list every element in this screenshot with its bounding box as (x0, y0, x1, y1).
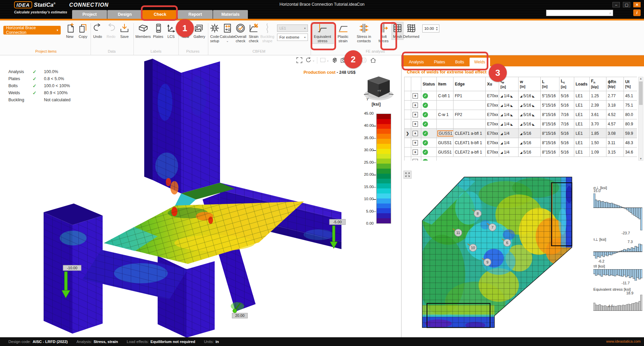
column-header[interactable]: L[in] (541, 77, 559, 91)
table-row[interactable]: +✓C-w 1FP2E70xx◢ 1/4 ◣◢ 5/16 ◣8"15/167/1… (405, 110, 637, 119)
mirror-icon (361, 57, 368, 64)
column-header[interactable]: Item (437, 77, 453, 91)
status-ok-icon: ✓ (423, 112, 428, 117)
expand-row-button[interactable]: + (413, 93, 418, 99)
expand-row-button[interactable]: + (413, 112, 418, 117)
expand-row-button[interactable]: + (413, 131, 418, 136)
equivalent-stress-button[interactable]: Equivalent stress (311, 22, 334, 44)
histogram-title: σ⊥ [ksi] (593, 185, 644, 190)
camera-button[interactable] (340, 57, 347, 64)
tab-materials[interactable]: Materials (213, 10, 248, 19)
ribbon-group-label: CBFEM (209, 49, 309, 53)
chevron-down-icon: ▾ (57, 28, 58, 32)
lcs-button[interactable]: LCS (165, 22, 177, 40)
table-row[interactable]: +✓E70xx◢ 1/4 ◣◢ 5/16 ◣8"15/167/16LE13.70… (405, 119, 637, 129)
table-row[interactable]: +✓C-bfl 1FP1E70xx◢ 1/4 ◣◢ 5/16 ◣5"15/165… (405, 91, 637, 101)
expand-row-button[interactable]: + (413, 150, 418, 155)
table-scrollbar[interactable]: ▲▼ (638, 77, 643, 161)
svg-text:+Y: +Y (377, 89, 381, 93)
spinner-down-icon[interactable]: ▼ (436, 28, 438, 31)
mirror-button[interactable] (361, 57, 368, 64)
tab-check[interactable]: Check (143, 10, 177, 19)
column-header[interactable]: tw[in] (499, 77, 519, 91)
column-header[interactable]: ϕRn[kip] (606, 77, 624, 91)
search-box[interactable]: ⌕ (546, 10, 613, 16)
result-tab-plates[interactable]: Plates (429, 58, 450, 66)
copy-button[interactable]: Copy (77, 22, 89, 40)
spinner-up-icon[interactable]: ▲ (436, 26, 438, 28)
table-row[interactable]: ❯+✓GUSS1CLEAT1 a-bfl 1E70xx◢ 1/4◢ 5/168"… (405, 129, 637, 138)
table-row[interactable]: +✓GUSS1CLEAT1 b-bfl 1E70xx◢ 1/4◢ 5/168"1… (405, 138, 637, 148)
maximize-button[interactable]: ▢ (623, 2, 630, 7)
undo-button[interactable]: Undo (91, 22, 104, 40)
expand-detail-button[interactable] (404, 171, 412, 179)
select-rect-button[interactable]: ⌄ (319, 57, 329, 64)
viewport-3d[interactable]: -5.00 -10.00 20.00 Analysis✓100.0%Plates… (0, 55, 401, 337)
scale-spinner[interactable]: 10.00▲▼ (422, 24, 439, 33)
code-setup-button[interactable]: Code setup (209, 22, 221, 44)
expand-button[interactable] (296, 57, 303, 64)
buckling-shape-button[interactable]: Buckling shape (260, 22, 274, 44)
column-header[interactable]: Status (421, 77, 437, 91)
column-header[interactable]: w[in] (519, 77, 541, 91)
wireframe-cube-button[interactable] (331, 57, 338, 64)
clip-plane-button[interactable] (352, 57, 359, 64)
expand-row-button[interactable]: + (413, 103, 418, 108)
svg-text:20.00: 20.00 (235, 313, 245, 318)
table-row[interactable]: +✓ (405, 157, 637, 161)
gallery-button[interactable]: Gallery (193, 22, 206, 40)
expand-row-button[interactable]: + (413, 121, 418, 127)
mesh-button[interactable]: Mesh (391, 22, 404, 40)
calculate-button[interactable]: Calculate⌄ (221, 22, 233, 44)
plates-button[interactable]: Plates (152, 22, 164, 40)
bolt-forces-button[interactable]: Bolt forces (376, 22, 391, 44)
le1-dropdown[interactable]: LE1▾ (277, 24, 308, 32)
deformed-icon (406, 23, 417, 34)
navigation-cube[interactable]: +Y Y (363, 74, 394, 105)
stress-in-contacts-button[interactable]: Stress in contacts (352, 22, 375, 44)
column-header[interactable]: Ut[%] (624, 77, 637, 91)
website-link[interactable]: www.ideastatica.com (606, 339, 641, 343)
column-header[interactable]: Fn[kip] (590, 77, 606, 91)
info-button[interactable]: i (633, 9, 641, 16)
tab-project[interactable]: Project (72, 10, 107, 19)
deformed-button[interactable]: Deformed (404, 22, 418, 40)
new-button[interactable]: New (179, 22, 192, 40)
summary-row: BucklingNot calculated (8, 96, 70, 103)
result-tab-welds[interactable]: Welds (470, 58, 490, 66)
home-button[interactable] (370, 57, 377, 64)
minimize-button[interactable]: – (612, 2, 620, 7)
check-icon: ✓ (33, 76, 44, 81)
chevron-down-icon: ⌄ (312, 59, 315, 62)
expand-row-button[interactable]: + (413, 159, 418, 161)
close-button[interactable]: ✕ (633, 2, 641, 7)
column-header[interactable]: Xu (486, 77, 499, 91)
overall-check-button[interactable]: Overall check (234, 22, 247, 44)
table-row[interactable]: +✓GUSS1CLEAT2 a-bfl 1E70xx◢ 1/4◢ 5/168"1… (405, 148, 637, 157)
result-tab-analysis[interactable]: Analysis (404, 58, 429, 66)
column-header[interactable]: Lc[in] (559, 77, 574, 91)
column-header[interactable]: Loads (574, 77, 590, 91)
save-button[interactable]: Save (118, 22, 131, 40)
search-input[interactable] (546, 11, 609, 15)
strain-check-button[interactable]: Strain check (248, 22, 260, 44)
tab-report[interactable]: Report (178, 10, 213, 19)
expand-row-button[interactable]: + (413, 140, 418, 146)
column-header[interactable]: Edge (453, 77, 486, 91)
new-button[interactable]: New (63, 22, 76, 40)
for-extreme-dropdown[interactable]: For extreme▾ (277, 34, 308, 41)
tab-design[interactable]: Design (107, 10, 142, 19)
status-ok-icon: ✓ (423, 93, 428, 99)
members-icon (138, 23, 149, 34)
plastic-strain-button[interactable]: Plastic strain (334, 22, 352, 44)
redo-button[interactable]: Redo (105, 22, 117, 40)
scroll-down-icon[interactable]: ▼ (640, 157, 642, 160)
scroll-up-icon[interactable]: ▲ (640, 77, 642, 80)
members-button[interactable]: Members (135, 22, 151, 40)
scroll-thumb[interactable] (639, 81, 643, 105)
camera-icon (340, 57, 347, 64)
orbit-button[interactable]: ⌄ (305, 57, 315, 64)
project-item-dropdown[interactable]: Horizontal Brace Connection▾ (3, 26, 61, 35)
result-tab-bolts[interactable]: Bolts (450, 58, 469, 66)
table-row[interactable]: +✓E70xx◢ 1/4 ◣◢ 5/16 ◣5"15/165/16LE12.39… (405, 101, 637, 110)
